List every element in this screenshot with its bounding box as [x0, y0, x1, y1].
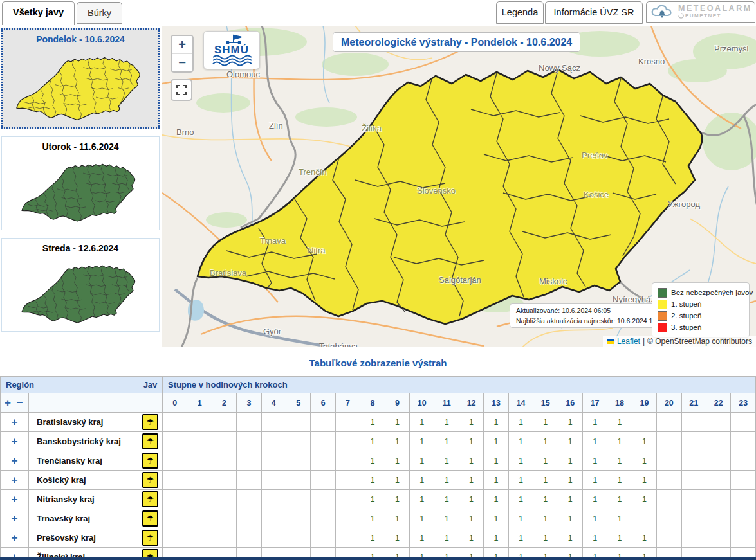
hour-header-20: 20 — [657, 393, 681, 413]
region-name: Banskobystrický kraj — [29, 432, 138, 451]
cell-hour-20-no-warning — [657, 451, 681, 471]
storm-warning-icon[interactable]: ☂ — [142, 453, 158, 469]
cell-hour-11-level-1: 1 — [434, 490, 459, 509]
cell-hour-22-no-warning — [706, 471, 730, 490]
cell-hour-19-level-1: 1 — [632, 490, 656, 509]
top-bar: Všetky javyBúrky Legenda Informácie ÚVZ … — [0, 0, 756, 26]
cell-hour-7-past — [335, 413, 360, 432]
cell-hour-6-past — [311, 509, 335, 528]
cell-hour-23-no-warning — [731, 528, 756, 548]
cell-hour-21-no-warning — [681, 490, 706, 509]
cell-hour-5-past — [286, 413, 311, 432]
updated-at-text: Aktualizované: 10.6.2024 06:05 — [516, 305, 666, 316]
storm-warning-icon[interactable]: ☂ — [142, 530, 158, 546]
row-expander-button[interactable]: + — [1, 471, 29, 490]
cell-hour-19-level-1: 1 — [632, 451, 656, 471]
day-thumbnail-pondelok-10-6-2024[interactable]: Pondelok - 10.6.2024 — [1, 28, 160, 129]
row-expander-button[interactable]: + — [1, 432, 29, 451]
shmu-logo-text: SHMÚ — [214, 44, 249, 56]
hour-header-11: 11 — [434, 393, 459, 413]
cell-hour-23-no-warning — [731, 413, 756, 432]
cell-hour-2-past — [212, 528, 236, 548]
cell-hour-11-level-1: 1 — [434, 432, 459, 451]
hour-header-6: 6 — [311, 393, 335, 413]
table-row-pre-ovsk-kraj: +Prešovský kraj☂111111111111 — [1, 528, 756, 548]
hour-header-10: 10 — [410, 393, 434, 413]
map-legend: Bez nebezpečných javov1. stupeň2. stupeň… — [652, 282, 750, 338]
legend-swatch — [658, 323, 667, 332]
fullscreen-button[interactable] — [171, 79, 192, 101]
osm-attribution[interactable]: © OpenStreetMap contributors — [647, 337, 752, 346]
cell-hour-22-no-warning — [706, 490, 730, 509]
table-header-row: RegiónJavStupne v hodinových krokoch — [1, 377, 756, 393]
cell-hour-4-past — [261, 490, 286, 509]
cell-hour-5-past — [286, 528, 311, 548]
map-attribution: Leaflet | © OpenStreetMap contributors — [603, 336, 756, 347]
cell-hour-14-level-1: 1 — [508, 432, 533, 451]
column-header-jav: Jav — [138, 377, 163, 393]
tab-b-rky[interactable]: Búrky — [77, 2, 122, 24]
cell-hour-12-level-1: 1 — [459, 471, 483, 490]
cell-hour-23-no-warning — [731, 451, 756, 471]
cell-hour-21-no-warning — [681, 528, 706, 548]
meteoalarm-cloud-bell-icon — [650, 2, 674, 22]
uvz-info-button[interactable]: Informácie ÚVZ SR — [545, 1, 643, 24]
storm-warning-icon[interactable]: ☂ — [142, 414, 158, 430]
storm-warning-icon[interactable]: ☂ — [142, 472, 158, 488]
jav-cell: ☂ — [138, 471, 163, 490]
cell-hour-9-level-1: 1 — [385, 490, 409, 509]
row-expander-button[interactable]: + — [1, 451, 29, 471]
tab-v-etky-javy[interactable]: Všetky javy — [2, 1, 75, 25]
storm-warning-icon[interactable]: ☂ — [142, 491, 158, 507]
row-expander-button[interactable]: + — [1, 509, 29, 528]
legend-item-1-stupe: 1. stupeň — [658, 298, 744, 310]
cell-hour-23-no-warning — [731, 471, 756, 490]
hour-header-2: 2 — [212, 393, 236, 413]
cell-hour-0-past — [163, 509, 187, 528]
storm-warning-icon[interactable]: ☂ — [142, 433, 158, 449]
region-name: Prešovský kraj — [29, 528, 138, 548]
next-update-text: Najbližšia aktualizácia najneskôr: 10.6.… — [516, 316, 666, 326]
cell-hour-9-level-1: 1 — [385, 528, 409, 548]
cell-hour-18-level-1: 1 — [607, 413, 632, 432]
meteoalarm-logo[interactable]: METEOALARM EUMETNET — [646, 1, 755, 23]
zoom-in-button[interactable]: + — [172, 36, 192, 53]
cell-hour-15-level-1: 1 — [533, 413, 558, 432]
hour-header-19: 19 — [632, 393, 656, 413]
cell-hour-22-no-warning — [706, 528, 730, 548]
leaflet-link[interactable]: Leaflet — [617, 337, 640, 346]
legend-swatch — [658, 311, 667, 321]
cell-hour-10-level-1: 1 — [410, 451, 434, 471]
zoom-out-button[interactable]: − — [172, 53, 192, 71]
legend-swatch — [658, 288, 667, 298]
cell-hour-0-past — [163, 432, 187, 451]
cell-hour-10-level-1: 1 — [410, 432, 434, 451]
row-expander-button[interactable]: + — [1, 413, 29, 432]
cell-hour-16-level-1: 1 — [558, 471, 582, 490]
legend-swatch — [658, 300, 667, 309]
cell-hour-9-level-1: 1 — [385, 509, 409, 528]
cell-hour-5-past — [286, 490, 311, 509]
cell-hour-8-level-1: 1 — [360, 432, 385, 451]
legend-button[interactable]: Legenda — [496, 1, 544, 24]
jav-cell: ☂ — [138, 413, 163, 432]
cell-hour-10-level-1: 1 — [410, 509, 434, 528]
expand-collapse-all[interactable]: + − — [1, 393, 29, 413]
day-thumbnail-utorok-11-6-2024[interactable]: Utorok - 11.6.2024 — [1, 136, 160, 230]
day-thumbnail-title: Utorok - 11.6.2024 — [2, 141, 159, 152]
warning-map[interactable]: Meteorologické výstrahy - Pondelok - 10.… — [162, 26, 756, 348]
region-name: Košický kraj — [29, 471, 138, 490]
cell-hour-2-past — [212, 509, 236, 528]
cell-hour-19-level-1: 1 — [632, 528, 656, 548]
storm-warning-icon[interactable]: ☂ — [142, 510, 158, 527]
cell-hour-17-level-1: 1 — [582, 490, 607, 509]
day-thumbnail-streda-12-6-2024[interactable]: Streda - 12.6.2024 — [1, 238, 160, 332]
hour-header-9: 9 — [385, 393, 409, 413]
cell-hour-21-no-warning — [681, 413, 706, 432]
hour-header-7: 7 — [335, 393, 360, 413]
cell-hour-13-level-1: 1 — [484, 509, 508, 528]
legend-label: 2. stupeň — [671, 312, 701, 320]
row-expander-button[interactable]: + — [1, 528, 29, 548]
table-row-ko-ick-kraj: +Košický kraj☂111111111111 — [1, 471, 756, 490]
row-expander-button[interactable]: + — [1, 490, 29, 509]
